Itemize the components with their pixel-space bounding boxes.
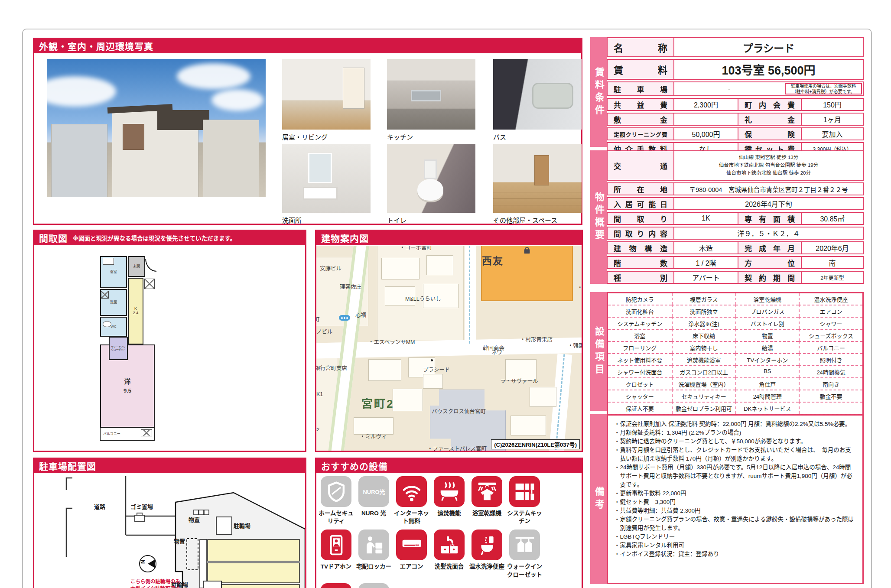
equipment-tile-label: NURO 光 (356, 510, 392, 517)
equipment-cell: 24時間換気 (799, 365, 862, 377)
map-label: 宮町2 (361, 395, 394, 411)
map-label: ネワ (491, 348, 502, 356)
rent-parking-label: 駐車場 (608, 82, 673, 95)
overview-label: 契約期間 (738, 272, 801, 283)
sink-icon (434, 530, 465, 560)
other-room-photo (493, 144, 582, 213)
map-label: 心福 (355, 311, 366, 319)
overview-address-value: 〒980-0004 宮城県仙台市青葉区宮町２丁目２番２２号 (673, 183, 863, 195)
equipment-tile-wic: ウォークインクローゼット (506, 530, 543, 578)
property-location-dot (431, 359, 433, 361)
remark-line: ・定額クリーニング費プランの場合、故意・重過失による鍵紛失・設備破損等があった際… (614, 515, 856, 533)
toilet-photo (387, 144, 475, 213)
remark-line: ・保証会社原則加入 保証委託料 契約時：22,000円 月額：賃料総額の2.2%… (614, 420, 856, 429)
locker-icon (358, 530, 389, 560)
svg-text:N: N (140, 560, 146, 564)
equipment-cell: 追焚機能浴室 (672, 353, 735, 365)
equipment-cell: 床下収納 (672, 329, 735, 341)
map-label: ・エスペランサMM (368, 338, 415, 346)
equipment-cell: 南向き (799, 377, 862, 390)
rent-value: 50,000円 (673, 128, 738, 140)
equipment-cell: 浴室乾燥機 (735, 293, 799, 305)
equipment-tile-washlet: 温水洗浄便座 (468, 530, 506, 578)
parking-storage-mid-label: 物置 (174, 537, 185, 545)
wic-icon (509, 530, 540, 560)
rent-rent-label: 賃料 (608, 60, 673, 79)
recommended-section: おすすめの設備 ホームセキュリティNURO光NURO 光インターネット無料追焚機… (315, 458, 583, 588)
equipment-tile-label: 追焚機能 (431, 510, 468, 517)
equipment-cell: ガスコンロ2口以上 (672, 365, 735, 377)
overview-movein-label: 入居可能日 (608, 198, 673, 209)
overview-label: 方位 (738, 257, 801, 268)
overview-rows: 建物構造木造完成年月2020年6月階数1 / 2階方位南種別アパート契約期間2年… (607, 241, 864, 284)
equipment-cell: BS (735, 365, 799, 377)
dryer-icon (472, 476, 502, 507)
recommended-section-title: おすすめの設備 (321, 459, 388, 472)
overview-label: 種別 (608, 272, 673, 283)
equipment-tile-shield: ホームセキュリティ (317, 476, 355, 525)
floorplan-section-header: 間取図 ※図面と現況が異なる場合は現況を優先させていただきます。 (34, 231, 306, 245)
floorplan-drawing: 浴室 玄関 K2.4 洗面 WC 洋9.5 (99, 255, 156, 442)
equipment-cell: バストイレ別 (735, 317, 799, 329)
overview-area-label: 専有面積 (738, 213, 801, 224)
equipment-cell: 浴室 (608, 329, 672, 341)
equipment-cell: 洗面所独立 (672, 305, 735, 317)
floorplan-section-note: ※図面と現況が異なる場合は現況を優先させていただきます。 (73, 234, 236, 242)
overview-address-label: 所在地 (608, 183, 673, 195)
equipment-cell (799, 402, 862, 414)
remark-line: ・家具家電レンタル利用可 (614, 541, 856, 550)
rent-value (673, 114, 738, 125)
recommended-section-header: おすすめの設備 (316, 458, 582, 473)
rent-name-value: プラシード (673, 38, 863, 56)
kitchen-icon (509, 476, 540, 507)
rent-value: 要加入 (801, 128, 863, 140)
rent-label: 共益費 (608, 99, 673, 110)
parking-storage-top-label: 物置 (189, 515, 200, 523)
equipment-cell: TVインターホン (735, 353, 799, 365)
map-label: バウスクロス仙台宮町 (432, 407, 486, 415)
equipment-tile-reheat: 追焚機能 (430, 476, 468, 525)
equipment-cell: 複層ガラス (672, 293, 735, 305)
equipment-tile-wifi: インターネット無料 (393, 476, 430, 525)
map-label: ラ・サヴァール (500, 377, 538, 385)
rent-value: 2,300円 (673, 99, 738, 110)
equipment-cell: 防犯カメラ (608, 293, 672, 305)
rent-label: 敷金 (608, 114, 673, 125)
photo-caption: キッチン (387, 132, 413, 141)
photos-section-header: 外観・室内・周辺環境写真 (34, 39, 582, 53)
property-flyer-page: 外観・室内・周辺環境写真 居室・リビング キッチン バス (0, 0, 891, 588)
map-section: 建物案内図 西友 (315, 230, 583, 452)
photo-caption: 居室・リビング (282, 132, 328, 141)
map-label: K1 (316, 391, 323, 397)
overview-sidebar: 物件概要 (590, 150, 607, 284)
floorplan-closet: ウォークインクローゼット (109, 337, 128, 360)
equipment-cell: シャワー付洗面台 (608, 365, 672, 377)
floorplan-section-title: 間取図 (39, 231, 68, 244)
map-label: ・ミルヴィ (360, 432, 387, 440)
overview-row: 建物構造木造完成年月2020年6月 (607, 241, 864, 254)
equipment-cell: バルコニー (799, 341, 862, 353)
map-label: ッ (316, 424, 320, 432)
equipment-cell: フローリング (608, 341, 672, 353)
overview-label: 完成年月 (738, 242, 801, 253)
equipment-cell: シャワー (799, 317, 862, 329)
living-photo (282, 59, 371, 130)
cctv-icon (321, 583, 351, 588)
equipment-tile-cctv: 防犯カメラ (317, 583, 355, 588)
map-seiyu-label: 西友 (482, 253, 504, 267)
equipment-cell: 室内物干し (672, 341, 735, 353)
rent-label: 町内会費 (738, 99, 801, 110)
recommended-grid: ホームセキュリティNURO光NURO 光インターネット無料追焚機能浴室乾燥機シス… (317, 476, 581, 588)
aircon-icon (396, 530, 427, 560)
map-label: ・お (577, 283, 582, 291)
overview-layout-value: 洋９．５・Ｋ２．４ (673, 227, 863, 239)
equipment-grid: 防犯カメラ複層ガラス浴室乾燥機温水洗浄便座洗面化粧台洗面所独立プロパンガスエアコ… (608, 293, 862, 427)
equipment-cell: 温水洗浄便座 (799, 293, 862, 305)
compass-icon: N (140, 556, 156, 572)
overview-value: アパート (673, 272, 738, 283)
equipment-tile-label: 洗髪洗面台 (431, 563, 468, 571)
washroom-photo (282, 144, 371, 213)
equipment-tile-label: 温水洗浄便座 (469, 563, 505, 571)
bath-photo (493, 59, 582, 130)
floorplan-wc: WC (100, 317, 127, 337)
